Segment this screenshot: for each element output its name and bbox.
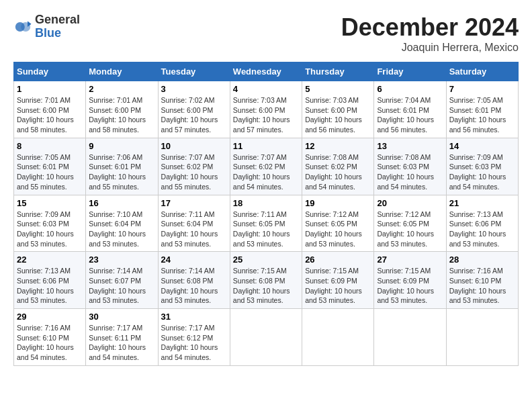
day-number: 17 bbox=[161, 198, 227, 208]
day-number: 20 bbox=[377, 198, 443, 208]
header: General Blue December 2024 Joaquin Herre… bbox=[13, 13, 519, 54]
calendar-cell: 7 Sunrise: 7:05 AMSunset: 6:01 PMDayligh… bbox=[446, 81, 518, 138]
day-number: 14 bbox=[449, 141, 515, 151]
calendar-cell: 18 Sunrise: 7:11 AMSunset: 6:05 PMDaylig… bbox=[230, 195, 302, 252]
day-number: 16 bbox=[89, 198, 154, 208]
calendar-cell: 9 Sunrise: 7:06 AMSunset: 6:01 PMDayligh… bbox=[86, 138, 158, 195]
day-detail: Sunrise: 7:16 AMSunset: 6:10 PMDaylight:… bbox=[449, 267, 506, 304]
calendar-cell: 10 Sunrise: 7:07 AMSunset: 6:02 PMDaylig… bbox=[158, 138, 230, 195]
day-detail: Sunrise: 7:14 AMSunset: 6:08 PMDaylight:… bbox=[161, 267, 218, 304]
day-detail: Sunrise: 7:06 AMSunset: 6:01 PMDaylight:… bbox=[89, 153, 146, 191]
calendar-cell bbox=[446, 309, 518, 366]
calendar-cell: 28 Sunrise: 7:16 AMSunset: 6:10 PMDaylig… bbox=[446, 252, 518, 309]
day-detail: Sunrise: 7:04 AMSunset: 6:01 PMDaylight:… bbox=[377, 96, 434, 134]
day-detail: Sunrise: 7:15 AMSunset: 6:09 PMDaylight:… bbox=[377, 267, 434, 304]
day-detail: Sunrise: 7:11 AMSunset: 6:05 PMDaylight:… bbox=[233, 210, 290, 248]
day-number: 8 bbox=[17, 141, 83, 151]
calendar-cell: 13 Sunrise: 7:08 AMSunset: 6:03 PMDaylig… bbox=[374, 138, 446, 195]
day-number: 31 bbox=[161, 312, 227, 322]
day-detail: Sunrise: 7:05 AMSunset: 6:01 PMDaylight:… bbox=[17, 153, 74, 191]
column-header-sunday: Sunday bbox=[14, 62, 86, 81]
logo: General Blue bbox=[13, 13, 80, 40]
day-detail: Sunrise: 7:10 AMSunset: 6:04 PMDaylight:… bbox=[89, 210, 146, 248]
calendar-table: SundayMondayTuesdayWednesdayThursdayFrid… bbox=[13, 62, 519, 366]
calendar-cell: 12 Sunrise: 7:08 AMSunset: 6:02 PMDaylig… bbox=[302, 138, 374, 195]
day-number: 25 bbox=[233, 255, 299, 265]
calendar-cell: 20 Sunrise: 7:12 AMSunset: 6:05 PMDaylig… bbox=[374, 195, 446, 252]
column-header-friday: Friday bbox=[374, 62, 446, 81]
calendar-cell: 14 Sunrise: 7:09 AMSunset: 6:03 PMDaylig… bbox=[446, 138, 518, 195]
day-number: 30 bbox=[89, 312, 154, 322]
week-row-2: 8 Sunrise: 7:05 AMSunset: 6:01 PMDayligh… bbox=[14, 138, 519, 195]
calendar-cell: 29 Sunrise: 7:16 AMSunset: 6:10 PMDaylig… bbox=[14, 309, 86, 366]
day-number: 24 bbox=[161, 255, 227, 265]
day-detail: Sunrise: 7:07 AMSunset: 6:02 PMDaylight:… bbox=[233, 153, 290, 191]
calendar-cell: 15 Sunrise: 7:09 AMSunset: 6:03 PMDaylig… bbox=[14, 195, 86, 252]
day-number: 13 bbox=[377, 141, 443, 151]
calendar-cell: 2 Sunrise: 7:01 AMSunset: 6:00 PMDayligh… bbox=[86, 81, 158, 138]
day-number: 27 bbox=[377, 255, 443, 265]
day-detail: Sunrise: 7:05 AMSunset: 6:01 PMDaylight:… bbox=[449, 96, 506, 134]
column-header-tuesday: Tuesday bbox=[158, 62, 230, 81]
calendar-cell bbox=[374, 309, 446, 366]
day-number: 23 bbox=[89, 255, 154, 265]
day-number: 19 bbox=[305, 198, 371, 208]
title-area: December 2024 Joaquin Herrera, Mexico bbox=[341, 13, 519, 54]
week-row-3: 15 Sunrise: 7:09 AMSunset: 6:03 PMDaylig… bbox=[14, 195, 519, 252]
day-detail: Sunrise: 7:15 AMSunset: 6:09 PMDaylight:… bbox=[305, 267, 362, 304]
calendar-cell: 26 Sunrise: 7:15 AMSunset: 6:09 PMDaylig… bbox=[302, 252, 374, 309]
day-number: 7 bbox=[449, 84, 515, 94]
calendar-subtitle: Joaquin Herrera, Mexico bbox=[341, 42, 519, 54]
column-header-monday: Monday bbox=[86, 62, 158, 81]
logo-general: General bbox=[35, 13, 80, 26]
day-number: 18 bbox=[233, 198, 299, 208]
day-detail: Sunrise: 7:11 AMSunset: 6:04 PMDaylight:… bbox=[161, 210, 218, 248]
day-detail: Sunrise: 7:03 AMSunset: 6:00 PMDaylight:… bbox=[233, 96, 290, 134]
calendar-cell: 25 Sunrise: 7:15 AMSunset: 6:08 PMDaylig… bbox=[230, 252, 302, 309]
day-number: 1 bbox=[17, 84, 83, 94]
week-row-5: 29 Sunrise: 7:16 AMSunset: 6:10 PMDaylig… bbox=[14, 309, 519, 366]
day-number: 11 bbox=[233, 141, 299, 151]
day-detail: Sunrise: 7:12 AMSunset: 6:05 PMDaylight:… bbox=[377, 210, 434, 248]
day-number: 10 bbox=[161, 141, 227, 151]
day-number: 29 bbox=[17, 312, 83, 322]
day-number: 3 bbox=[161, 84, 227, 94]
calendar-cell: 5 Sunrise: 7:03 AMSunset: 6:00 PMDayligh… bbox=[302, 81, 374, 138]
calendar-cell: 16 Sunrise: 7:10 AMSunset: 6:04 PMDaylig… bbox=[86, 195, 158, 252]
day-detail: Sunrise: 7:08 AMSunset: 6:03 PMDaylight:… bbox=[377, 153, 434, 191]
day-detail: Sunrise: 7:02 AMSunset: 6:00 PMDaylight:… bbox=[161, 96, 218, 134]
column-header-wednesday: Wednesday bbox=[230, 62, 302, 81]
logo-blue: Blue bbox=[35, 26, 61, 40]
day-detail: Sunrise: 7:13 AMSunset: 6:06 PMDaylight:… bbox=[449, 210, 506, 248]
day-number: 4 bbox=[233, 84, 299, 94]
calendar-cell: 17 Sunrise: 7:11 AMSunset: 6:04 PMDaylig… bbox=[158, 195, 230, 252]
calendar-title: December 2024 bbox=[341, 13, 519, 42]
calendar-cell: 6 Sunrise: 7:04 AMSunset: 6:01 PMDayligh… bbox=[374, 81, 446, 138]
logo-icon bbox=[13, 17, 32, 36]
day-detail: Sunrise: 7:08 AMSunset: 6:02 PMDaylight:… bbox=[305, 153, 362, 191]
day-detail: Sunrise: 7:09 AMSunset: 6:03 PMDaylight:… bbox=[449, 153, 506, 191]
calendar-cell: 23 Sunrise: 7:14 AMSunset: 6:07 PMDaylig… bbox=[86, 252, 158, 309]
calendar-cell: 30 Sunrise: 7:17 AMSunset: 6:11 PMDaylig… bbox=[86, 309, 158, 366]
day-number: 2 bbox=[89, 84, 154, 94]
day-detail: Sunrise: 7:01 AMSunset: 6:00 PMDaylight:… bbox=[17, 96, 74, 134]
calendar-cell: 3 Sunrise: 7:02 AMSunset: 6:00 PMDayligh… bbox=[158, 81, 230, 138]
day-detail: Sunrise: 7:17 AMSunset: 6:11 PMDaylight:… bbox=[89, 324, 146, 361]
calendar-cell: 24 Sunrise: 7:14 AMSunset: 6:08 PMDaylig… bbox=[158, 252, 230, 309]
column-header-saturday: Saturday bbox=[446, 62, 518, 81]
calendar-cell: 4 Sunrise: 7:03 AMSunset: 6:00 PMDayligh… bbox=[230, 81, 302, 138]
day-number: 15 bbox=[17, 198, 83, 208]
calendar-cell: 1 Sunrise: 7:01 AMSunset: 6:00 PMDayligh… bbox=[14, 81, 86, 138]
calendar-cell: 11 Sunrise: 7:07 AMSunset: 6:02 PMDaylig… bbox=[230, 138, 302, 195]
week-row-4: 22 Sunrise: 7:13 AMSunset: 6:06 PMDaylig… bbox=[14, 252, 519, 309]
calendar-cell bbox=[302, 309, 374, 366]
day-number: 21 bbox=[449, 198, 515, 208]
column-header-thursday: Thursday bbox=[302, 62, 374, 81]
day-detail: Sunrise: 7:12 AMSunset: 6:05 PMDaylight:… bbox=[305, 210, 362, 248]
calendar-cell: 8 Sunrise: 7:05 AMSunset: 6:01 PMDayligh… bbox=[14, 138, 86, 195]
calendar-cell: 31 Sunrise: 7:17 AMSunset: 6:12 PMDaylig… bbox=[158, 309, 230, 366]
day-detail: Sunrise: 7:03 AMSunset: 6:00 PMDaylight:… bbox=[305, 96, 362, 134]
calendar-cell: 21 Sunrise: 7:13 AMSunset: 6:06 PMDaylig… bbox=[446, 195, 518, 252]
day-detail: Sunrise: 7:09 AMSunset: 6:03 PMDaylight:… bbox=[17, 210, 74, 248]
day-detail: Sunrise: 7:01 AMSunset: 6:00 PMDaylight:… bbox=[89, 96, 146, 134]
